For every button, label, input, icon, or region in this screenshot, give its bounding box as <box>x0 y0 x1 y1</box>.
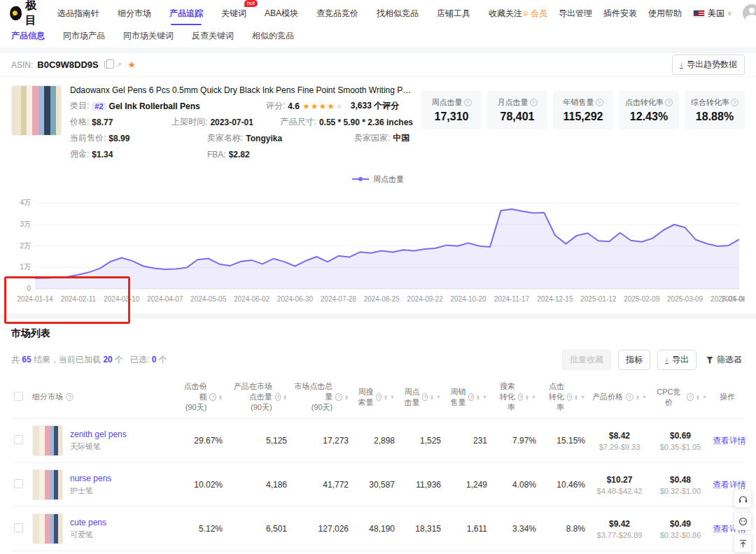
membership-link[interactable]: ♕ 会员 <box>522 8 547 20</box>
row-checkbox[interactable] <box>14 435 23 444</box>
sort-icon[interactable]: ▲▼ <box>476 395 480 400</box>
copy-icon[interactable] <box>104 61 111 69</box>
info-icon[interactable]: ? <box>530 99 538 106</box>
x-axis-label: 2024-01-14 <box>17 295 53 303</box>
market-name-link[interactable]: cute pens <box>70 518 106 527</box>
info-icon[interactable]: ? <box>422 393 428 401</box>
topnav-item-4[interactable]: ABA模块 <box>265 1 298 27</box>
cpc-cell: $0.48$0.32-$1.00 <box>651 463 710 507</box>
export-label: 导出 <box>672 354 689 366</box>
wechat-button[interactable] <box>734 512 752 530</box>
back-to-top-button[interactable] <box>734 534 752 553</box>
topnav-item-8[interactable]: 收藏关注 <box>489 1 522 27</box>
column-header-2[interactable]: 产品在市场点击量(90天)?▲▼ <box>225 377 290 419</box>
sort-icon[interactable]: ▲▼ <box>574 395 578 400</box>
favorite-star-icon[interactable]: ★ <box>127 59 136 70</box>
topnav-item-6[interactable]: 找相似竞品 <box>377 1 419 27</box>
info-icon[interactable]: ? <box>731 99 738 106</box>
column-header-9[interactable]: 产品价格?▲▼▼ <box>588 377 651 419</box>
info-icon[interactable]: ? <box>567 393 572 401</box>
sort-icon[interactable]: ▲▼ <box>636 395 640 400</box>
filter-button[interactable]: 筛选器 <box>704 350 745 369</box>
sort-icon[interactable]: ▲▼ <box>384 395 388 400</box>
subnav-tab-0[interactable]: 产品信息 <box>11 30 45 45</box>
sort-icon[interactable]: ▲▼ <box>218 395 223 400</box>
info-icon[interactable]: ? <box>468 393 474 401</box>
info-icon[interactable]: ? <box>596 99 603 106</box>
export-trend-button[interactable]: ↓ 导出趋势数据 <box>672 55 745 75</box>
info-icon[interactable]: ? <box>665 99 673 106</box>
sort-icon[interactable]: ▲▼ <box>430 395 434 400</box>
external-link-icon[interactable]: ↗ <box>116 61 122 69</box>
column-header-3[interactable]: 市场点击总量(90天)?▲▼ <box>290 377 351 419</box>
floating-actions <box>734 490 752 553</box>
batch-favorite-button[interactable]: 批量收藏 <box>562 350 611 370</box>
column-filter-icon[interactable]: ▼ <box>531 395 536 399</box>
info-icon[interactable]: ? <box>687 393 694 401</box>
stat-card-3: 点击转化率?12.43% <box>619 91 679 129</box>
topnav-item-2[interactable]: 产品追踪 <box>169 1 203 27</box>
sort-icon[interactable]: ▲▼ <box>525 395 529 400</box>
column-header-0[interactable]: 细分市场? <box>29 377 178 419</box>
info-icon[interactable]: ? <box>518 393 523 401</box>
info-icon[interactable]: ? <box>66 393 74 401</box>
info-icon[interactable]: ? <box>335 393 342 401</box>
market-thumbnail[interactable] <box>32 425 63 456</box>
subnav-tab-1[interactable]: 同市场产品 <box>63 30 105 45</box>
topnav-item-7[interactable]: 店铺工具 <box>437 1 470 27</box>
topnav-item-5[interactable]: 查竞品竞价 <box>316 1 358 27</box>
view-details-link[interactable]: 查看详情 <box>713 480 746 490</box>
topnav-item-0[interactable]: 选品指南针 <box>57 1 99 27</box>
column-filter-icon[interactable]: ▼ <box>482 395 487 399</box>
column-filter-icon[interactable]: ▼ <box>580 395 585 399</box>
user-avatar[interactable] <box>743 4 756 22</box>
support-button[interactable] <box>734 490 752 508</box>
plugin-install-link[interactable]: 插件安装 <box>603 8 637 20</box>
column-header-1[interactable]: 点击份额(90天)?▲▼ <box>178 377 225 419</box>
info-icon[interactable]: ? <box>275 393 281 401</box>
info-icon[interactable]: ? <box>464 99 472 106</box>
column-header-7[interactable]: 搜索转化率?▲▼▼ <box>490 377 539 419</box>
column-filter-icon[interactable]: ▼ <box>642 395 647 399</box>
column-header-4[interactable]: 周搜索量?▲▼▼ <box>351 377 398 419</box>
info-icon[interactable]: ? <box>626 393 634 401</box>
column-header-5[interactable]: 周点击量?▲▼▼ <box>398 377 444 419</box>
market-name-link[interactable]: nurse pens <box>70 474 111 483</box>
sort-icon[interactable]: ▲▼ <box>696 395 700 400</box>
view-details-link[interactable]: 查看详情 <box>713 436 746 446</box>
sort-icon[interactable]: ▲▼ <box>344 395 349 400</box>
product-header: Ddaowanx Gel Pens 6 Pcs 0.5mm Quick Dry … <box>0 77 756 171</box>
export-manage-link[interactable]: 导出管理 <box>559 8 592 20</box>
column-filter-icon[interactable]: ▼ <box>702 395 707 399</box>
market-thumbnail[interactable] <box>32 469 63 500</box>
sort-down-icon: ▼ <box>430 397 434 400</box>
x-axis-label: 2024-12-15 <box>537 295 573 303</box>
chart-legend[interactable]: 周点击量 <box>11 173 745 185</box>
subnav-tab-3[interactable]: 反查关键词 <box>192 30 234 45</box>
column-header-11[interactable]: 操作 <box>710 377 745 419</box>
category-rank-badge[interactable]: #2 <box>92 102 106 111</box>
market-name-link[interactable]: zenith gel pens <box>70 429 127 439</box>
info-icon[interactable]: ? <box>376 393 382 401</box>
column-header-8[interactable]: 点击转化率?▲▼▼ <box>539 377 588 419</box>
column-header-6[interactable]: 周销售量?▲▼▼ <box>444 377 490 419</box>
metrics-button[interactable]: 指标 <box>618 350 650 370</box>
market-thumbnail[interactable] <box>32 513 63 544</box>
topnav-item-3[interactable]: 关键词hot <box>221 1 246 27</box>
info-icon[interactable]: ? <box>209 393 216 401</box>
column-filter-icon[interactable]: ▼ <box>390 395 395 399</box>
column-filter-icon[interactable]: ▼ <box>436 395 441 399</box>
row-checkbox[interactable] <box>14 479 23 488</box>
subnav-tab-2[interactable]: 同市场关键词 <box>123 30 174 45</box>
subnav-tab-4[interactable]: 相似的竞品 <box>252 30 294 45</box>
help-link[interactable]: 使用帮助 <box>648 8 682 20</box>
product-thumbnail[interactable] <box>11 85 62 136</box>
app-logo[interactable]: 极目 <box>10 0 42 28</box>
column-header-10[interactable]: CPC竞价?▲▼▼ <box>651 377 710 419</box>
row-checkbox[interactable] <box>14 523 23 532</box>
sort-icon[interactable]: ▲▼ <box>283 395 287 400</box>
region-selector[interactable]: 美国 ∨ <box>693 8 732 20</box>
select-all-checkbox[interactable] <box>14 392 23 401</box>
export-button[interactable]: ↓ 导出 <box>657 350 696 370</box>
topnav-item-1[interactable]: 细分市场 <box>118 1 151 27</box>
